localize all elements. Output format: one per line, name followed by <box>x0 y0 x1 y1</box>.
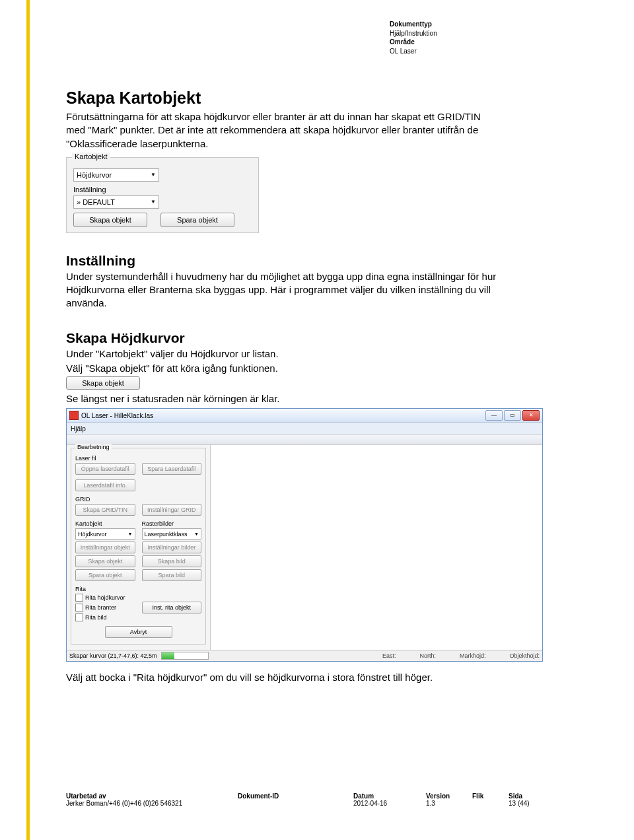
footer-docid-label: Dokument-ID <box>238 792 279 800</box>
chevron-down-icon: ▼ <box>194 532 199 536</box>
raster-settings-button[interactable]: Inställningar bilder <box>142 542 202 553</box>
raster-label: Rasterbilder <box>142 520 202 527</box>
status-north: North: <box>419 652 436 659</box>
create-grid-button[interactable]: Skapa GRID/TIN <box>75 504 135 516</box>
kart-combo[interactable]: Höjdkurvor▼ <box>75 528 135 540</box>
rita-label: Rita <box>75 586 201 592</box>
toolbar-strip <box>67 435 542 445</box>
skapa-objekt-inline-button[interactable]: Skapa objekt <box>66 376 140 390</box>
p5: Se längst ner i statusraden när körninge… <box>66 392 502 405</box>
kartobjekt-combo-value: Höjdkurvor <box>77 171 112 179</box>
footer-version: 1.3 <box>426 800 435 807</box>
heading-skapa-kartobjekt: Skapa Kartobjekt <box>66 88 568 108</box>
rita-hojdkurvor-checkbox[interactable]: Rita höjdkurvor <box>75 594 135 602</box>
kart-create-button[interactable]: Skapa objekt <box>75 555 135 567</box>
kart-settings-button[interactable]: Inställningar objekt <box>75 542 135 553</box>
bearbetning-label: Bearbetning <box>75 444 112 450</box>
heading-installning: Inställning <box>66 253 568 269</box>
kart-save-button[interactable]: Spara objekt <box>75 569 135 581</box>
intro-paragraph: Förutsättningarna för att skapa höjdkurv… <box>66 110 502 151</box>
kartobjekt-combo[interactable]: Höjdkurvor ▼ <box>73 168 159 182</box>
doctype-value: Hjälp/Instruktion <box>390 29 568 38</box>
grid-label: GRID <box>75 496 201 503</box>
chevron-down-icon: ▼ <box>151 199 156 205</box>
status-objekthojd: Objekthöjd: <box>509 652 540 659</box>
kartobjekt-panel: Kartobjekt Höjdkurvor ▼ Inställning » DE… <box>66 157 259 233</box>
maximize-button[interactable]: ▭ <box>504 410 521 421</box>
footer-flik-label: Flik <box>472 792 483 800</box>
doctype-label: Dokumenttyp <box>390 20 568 29</box>
footer-author-label: Utarbetad av <box>66 792 106 800</box>
footer: Utarbetad av Dokument-ID Datum Version F… <box>66 792 568 807</box>
window-title: OL Laser - HilleKlack.las <box>81 412 153 419</box>
footer-version-label: Version <box>426 792 450 800</box>
p3: Under "Kartobjekt" väljer du Höjdkurvor … <box>66 347 502 361</box>
chevron-down-icon: ▼ <box>151 172 156 178</box>
footer-date-label: Datum <box>353 792 374 800</box>
statusbar: Skapar kurvor (21,7-47,6): 42,5m East: N… <box>67 650 542 661</box>
laser-info-button[interactable]: Laserdatafil info. <box>75 479 135 491</box>
app-icon <box>69 411 79 420</box>
installning-combo-value: » DEFAULT <box>77 198 115 206</box>
minimize-button[interactable]: — <box>485 410 503 421</box>
raster-create-button[interactable]: Skapa bild <box>142 555 202 567</box>
inst-rita-button[interactable]: Inst. rita objekt <box>142 602 202 613</box>
save-laser-button[interactable]: Spara Laserdatafil <box>142 463 202 475</box>
installning-paragraph: Under systemunderhåll i huvudmeny har du… <box>66 270 502 310</box>
rita-bild-checkbox[interactable]: Rita bild <box>75 613 135 621</box>
menu-hjalp[interactable]: Hjälp <box>71 425 86 433</box>
area-label: Område <box>390 38 568 47</box>
status-east: East: <box>382 652 396 659</box>
raster-combo[interactable]: Laserpunktklass▼ <box>142 528 202 540</box>
installning-combo[interactable]: » DEFAULT ▼ <box>73 195 159 209</box>
bearbetning-group: Bearbetning Laser fil Öppna laserdatafil… <box>71 448 206 645</box>
close-button[interactable]: ✕ <box>522 410 540 421</box>
p6: Välj att bocka i "Rita höjdkurvor" om du… <box>66 671 502 684</box>
chevron-down-icon: ▼ <box>128 532 133 536</box>
side-panel: Bearbetning Laser fil Öppna laserdatafil… <box>67 445 211 650</box>
kart-label: Kartobjekt <box>75 520 135 527</box>
menubar: Hjälp <box>67 423 542 435</box>
grid-settings-button[interactable]: Inställningar GRID <box>142 504 202 516</box>
status-markhojd: Markhöjd: <box>460 652 486 659</box>
progress-bar <box>161 652 209 660</box>
footer-author: Jerker Boman/+46 (0)+46 (0)26 546321 <box>66 800 182 807</box>
open-laser-button[interactable]: Öppna laserdatafil <box>75 463 135 475</box>
doc-meta: Dokumenttyp Hjälp/Instruktion Område OL … <box>390 20 568 55</box>
titlebar: OL Laser - HilleKlack.las — ▭ ✕ <box>67 409 542 423</box>
footer-date: 2012-04-16 <box>353 800 387 807</box>
footer-sida-label: Sida <box>509 792 522 800</box>
p4: Välj "Skapa objekt" för att köra igång f… <box>66 362 502 375</box>
heading-skapa-hojdkurvor: Skapa Höjdkurvor <box>66 330 568 346</box>
rita-branter-checkbox[interactable]: Rita branter <box>75 604 135 612</box>
status-text: Skapar kurvor (21,7-47,6): 42,5m <box>69 652 157 659</box>
view-area <box>211 445 542 650</box>
laser-label: Laser fil <box>75 455 201 462</box>
skapa-objekt-button[interactable]: Skapa objekt <box>73 213 147 227</box>
installning-label: Inställning <box>73 186 252 193</box>
raster-save-button[interactable]: Spara bild <box>142 569 202 581</box>
footer-sida: 13 (44) <box>509 800 530 807</box>
app-window: OL Laser - HilleKlack.las — ▭ ✕ Hjälp Be… <box>66 408 543 662</box>
avbryt-button[interactable]: Avbryt <box>105 626 172 638</box>
area-value: OL Laser <box>390 47 568 56</box>
kartobjekt-legend: Kartobjekt <box>72 153 110 160</box>
side-stripe <box>26 0 30 840</box>
spara-objekt-button[interactable]: Spara objekt <box>160 213 234 227</box>
